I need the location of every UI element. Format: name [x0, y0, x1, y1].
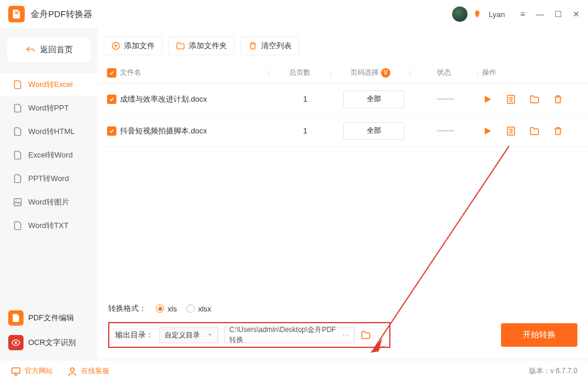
minimize-icon[interactable]: ―	[536, 9, 544, 19]
table-row: 成绩与效率改进计划.docx 1 全部	[98, 83, 588, 115]
svg-point-1	[15, 341, 17, 344]
vip-badge-icon: V	[381, 68, 390, 78]
list-icon[interactable]	[506, 126, 516, 136]
pdf-edit-icon	[8, 310, 24, 326]
select-all-checkbox[interactable]	[107, 68, 116, 78]
browse-folder-icon[interactable]	[360, 330, 371, 340]
file-icon	[13, 174, 22, 183]
status-empty	[437, 98, 455, 100]
sidebar-item-word-image[interactable]: Word转图片	[0, 190, 98, 214]
menu-icon[interactable]: ≡	[520, 9, 525, 19]
tool-ocr[interactable]: OCR文字识别	[0, 330, 98, 355]
sidebar-item-word-txt[interactable]: Word转TXT	[0, 214, 98, 237]
start-convert-button[interactable]: 开始转换	[501, 323, 577, 347]
file-icon	[13, 127, 22, 136]
col-name: 文件名	[120, 68, 265, 78]
username[interactable]: Lyan	[489, 10, 505, 19]
back-arrow-icon	[25, 45, 35, 55]
status-empty	[437, 130, 455, 132]
close-icon[interactable]: ✕	[573, 9, 580, 19]
file-icon	[13, 80, 22, 89]
vip-icon	[473, 9, 483, 19]
radio-xls[interactable]: xls	[156, 304, 177, 313]
radio-xlsx[interactable]: xlsx	[186, 304, 211, 313]
main-panel: 添加文件 添加文件夹 清空列表 文件名 | 总页数 | 页码选择V | 状态 |…	[98, 28, 588, 360]
clear-list-button[interactable]: 清空列表	[240, 36, 299, 55]
open-folder-icon[interactable]	[529, 94, 540, 105]
maximize-icon[interactable]: ☐	[554, 9, 562, 19]
file-icon	[13, 150, 22, 160]
table-row: 抖音短视频拍摄脚本.docx 1 全部	[98, 115, 588, 147]
output-row: 输出目录： 自定义目录 C:\Users\admin\Desktop\金舟PDF…	[108, 322, 390, 348]
trash-icon	[248, 41, 258, 51]
ocr-icon	[8, 335, 24, 350]
sidebar: 返回首页 Word转Excel Word转PPT Word转HTML Excel…	[0, 28, 98, 360]
output-label: 输出目录：	[115, 330, 153, 340]
format-label: 转换格式：	[108, 303, 146, 314]
bottom-panel: 转换格式： xls xlsx 输出目录： 自定义目录 C:\Users\admi…	[98, 295, 588, 360]
back-label: 返回首页	[40, 45, 73, 55]
title-bar: 金舟PDF转换器 Lyan ≡ ― ☐ ✕	[0, 0, 588, 28]
output-path-field[interactable]: C:\Users\admin\Desktop\金舟PDF转换 ⋯	[224, 327, 355, 343]
sidebar-item-word-ppt[interactable]: Word转PPT	[0, 96, 98, 120]
svg-rect-8	[12, 368, 20, 373]
avatar[interactable]	[452, 6, 467, 22]
file-name: 抖音短视频拍摄脚本.docx	[120, 126, 272, 136]
add-folder-button[interactable]: 添加文件夹	[168, 36, 235, 55]
support-link[interactable]: 在线客服	[67, 366, 109, 377]
open-folder-icon[interactable]	[529, 126, 540, 136]
col-status: 状态	[415, 68, 473, 78]
page-range-button[interactable]: 全部	[343, 122, 405, 140]
toolbar: 添加文件 添加文件夹 清空列表	[98, 28, 588, 62]
chevron-down-icon	[207, 332, 213, 338]
delete-icon[interactable]	[553, 126, 563, 136]
sidebar-item-ppt-word[interactable]: PPT转Word	[0, 167, 98, 190]
play-icon[interactable]	[482, 94, 493, 105]
sidebar-item-word-html[interactable]: Word转HTML	[0, 120, 98, 143]
image-icon	[13, 197, 22, 207]
version-label: 版本：v 6.7.7.0	[529, 366, 577, 376]
app-title: 金舟PDF转换器	[31, 9, 452, 20]
file-name: 成绩与效率改进计划.docx	[120, 94, 272, 105]
file-icon	[13, 221, 22, 230]
monitor-icon	[11, 366, 21, 377]
tool-pdf-edit[interactable]: PDF文件编辑	[0, 306, 98, 330]
table-header: 文件名 | 总页数 | 页码选择V | 状态 | 操作	[98, 62, 588, 83]
official-site-link[interactable]: 官方网站	[11, 366, 53, 377]
file-icon	[13, 103, 22, 113]
col-pages: 总页数	[273, 68, 326, 78]
app-logo	[8, 6, 25, 22]
back-button[interactable]: 返回首页	[7, 38, 91, 62]
output-mode-dropdown[interactable]: 自定义目录	[159, 327, 218, 343]
page-range-button[interactable]: 全部	[343, 91, 405, 108]
row-checkbox[interactable]	[107, 95, 116, 104]
page-count: 1	[279, 126, 332, 135]
plus-circle-icon	[111, 41, 121, 51]
list-icon[interactable]	[506, 94, 516, 105]
add-file-button[interactable]: 添加文件	[103, 36, 162, 55]
col-ops: 操作	[482, 68, 582, 78]
headset-icon	[67, 366, 78, 377]
folder-icon	[176, 41, 185, 51]
col-range: 页码选择V	[335, 68, 406, 78]
page-count: 1	[279, 95, 332, 103]
footer: 官方网站 在线客服 版本：v 6.7.7.0	[0, 360, 588, 382]
row-checkbox[interactable]	[107, 126, 116, 136]
play-icon[interactable]	[482, 126, 493, 136]
sidebar-item-word-excel[interactable]: Word转Excel	[0, 73, 98, 96]
svg-point-9	[71, 368, 74, 371]
sidebar-item-excel-word[interactable]: Excel转Word	[0, 143, 98, 167]
delete-icon[interactable]	[553, 94, 563, 105]
